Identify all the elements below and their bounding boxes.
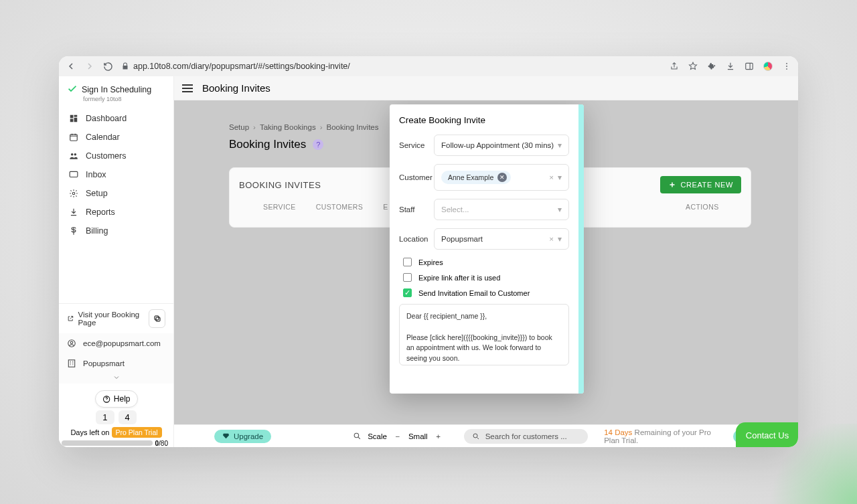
svg-point-9: [71, 153, 74, 156]
help-button[interactable]: Help: [95, 390, 138, 408]
label-customer: Customer: [399, 173, 434, 181]
clear-icon[interactable]: ×: [549, 173, 554, 181]
svg-rect-6: [74, 118, 78, 122]
service-select[interactable]: Follow-up Appointment (30 mins)▾: [434, 135, 569, 156]
customer-chip: Anne Example✕: [441, 171, 511, 184]
visit-label: Visit your Booking Page: [78, 311, 149, 327]
message-textarea[interactable]: Dear {{ recipient_name }}, Please [click…: [399, 304, 569, 365]
nav-billing[interactable]: Billing: [59, 222, 173, 240]
profile-icon[interactable]: [763, 62, 773, 71]
svg-rect-0: [746, 63, 753, 69]
svg-point-20: [473, 434, 477, 438]
forward-icon[interactable]: [84, 61, 95, 72]
contact-us-button[interactable]: Contact Us: [736, 422, 798, 447]
nav-dashboard[interactable]: Dashboard: [59, 109, 173, 128]
checkbox-icon: [403, 273, 412, 282]
send-email-checkbox-row[interactable]: ✓Send Invitation Email to Customer: [403, 288, 569, 297]
hamburger-icon[interactable]: [182, 84, 193, 92]
copy-link-button[interactable]: [149, 309, 165, 328]
svg-point-12: [72, 192, 75, 195]
account-org-row[interactable]: Popupsmart: [59, 353, 173, 373]
external-link-icon: [67, 315, 74, 323]
top-bar: Booking Invites: [174, 76, 798, 100]
nav-inbox[interactable]: Inbox: [59, 165, 173, 184]
label-service: Service: [399, 141, 434, 149]
svg-point-10: [74, 153, 77, 156]
share-icon[interactable]: [670, 62, 679, 71]
account-expand-icon[interactable]: [59, 373, 173, 384]
extensions-icon[interactable]: [707, 62, 716, 71]
staff-select[interactable]: Select...▾: [434, 199, 569, 220]
scale-value: Small: [408, 432, 428, 440]
nav-label: Reports: [86, 207, 115, 217]
modal-scrollbar[interactable]: [578, 104, 584, 394]
diamond-icon: [222, 432, 230, 440]
search-placeholder: Search for customers ...: [485, 432, 567, 440]
crumb-taking[interactable]: Taking Bookings: [260, 123, 316, 131]
slider-track: [62, 440, 153, 446]
zoom-icon[interactable]: [352, 431, 362, 442]
clear-icon[interactable]: ×: [549, 235, 554, 243]
page-title: Booking Invites: [229, 138, 306, 151]
chevron-down-icon: ▾: [558, 141, 562, 150]
bookmark-icon[interactable]: [688, 62, 698, 71]
back-icon[interactable]: [66, 61, 76, 72]
page-title-row: Booking Invites ?: [229, 138, 323, 151]
svg-rect-7: [70, 119, 74, 122]
nav-label: Dashboard: [86, 114, 127, 123]
expire-after-checkbox-row[interactable]: Expire link after it is used: [403, 273, 569, 282]
brand-name: Sign In Scheduling: [82, 85, 151, 94]
nav-label: Setup: [86, 189, 108, 198]
nav-calendar[interactable]: Calendar: [59, 128, 173, 147]
chevron-down-icon: ▾: [558, 173, 562, 182]
expires-checkbox-row[interactable]: Expires: [403, 258, 569, 266]
nav-reports[interactable]: Reports: [59, 203, 173, 222]
chk-label: Expires: [418, 258, 443, 266]
customer-select[interactable]: Anne Example✕ ×▾: [434, 164, 569, 191]
location-select[interactable]: Popupsmart×▾: [434, 228, 569, 250]
svg-point-3: [786, 68, 787, 70]
search-icon: [472, 432, 480, 440]
svg-rect-4: [70, 115, 74, 118]
gear-icon: [68, 189, 79, 198]
label-staff: Staff: [399, 205, 434, 214]
account-email-row[interactable]: ece@popupsmart.com: [59, 333, 173, 353]
brand-sub: formerly 10to8: [83, 96, 165, 102]
brand-block: Sign In Scheduling formerly 10to8: [59, 76, 173, 109]
svg-point-2: [786, 66, 787, 67]
col-customers: CUSTOMERS: [316, 203, 364, 211]
plus-icon: [668, 181, 676, 189]
search-input[interactable]: Search for customers ...: [464, 429, 589, 444]
staff-placeholder: Select...: [441, 205, 469, 214]
address-bar: app.10to8.com/diary/popupsmart/#/setting…: [59, 56, 798, 76]
svg-rect-5: [74, 115, 78, 117]
topbar-title: Booking Invites: [202, 82, 270, 94]
account-org: Popupsmart: [83, 359, 125, 367]
scale-control: Scale − Small +: [352, 431, 444, 442]
usage-slider[interactable]: 0/80: [59, 440, 173, 447]
modal-title: Create Booking Invite: [399, 115, 569, 125]
kebab-icon[interactable]: [782, 62, 791, 71]
visit-booking-link[interactable]: Visit your Booking Page: [67, 311, 149, 327]
create-new-button[interactable]: CREATE NEW: [660, 176, 741, 193]
url-field[interactable]: app.10to8.com/diary/popupsmart/#/setting…: [121, 62, 350, 71]
svg-point-1: [786, 63, 787, 64]
nav-setup[interactable]: Setup: [59, 184, 173, 203]
download-icon[interactable]: [726, 62, 735, 71]
create-label: CREATE NEW: [680, 181, 733, 189]
scale-plus-button[interactable]: +: [433, 431, 444, 442]
account-box: ece@popupsmart.com Popupsmart: [59, 333, 173, 384]
chip-remove-icon[interactable]: ✕: [497, 173, 507, 182]
label-location: Location: [399, 235, 434, 243]
brand-logo-icon: [67, 83, 78, 96]
create-invite-modal: Create Booking Invite Service Follow-up …: [390, 104, 584, 394]
help-label: Help: [114, 394, 131, 404]
upgrade-button-left[interactable]: Upgrade: [214, 430, 271, 443]
reload-icon[interactable]: [103, 62, 113, 72]
scale-minus-button[interactable]: −: [392, 431, 403, 442]
panel-icon[interactable]: [745, 62, 754, 71]
help-tooltip-icon[interactable]: ?: [313, 139, 323, 150]
nav-customers[interactable]: Customers: [59, 147, 173, 165]
crumb-setup[interactable]: Setup: [229, 123, 249, 131]
building-icon: [67, 359, 76, 368]
